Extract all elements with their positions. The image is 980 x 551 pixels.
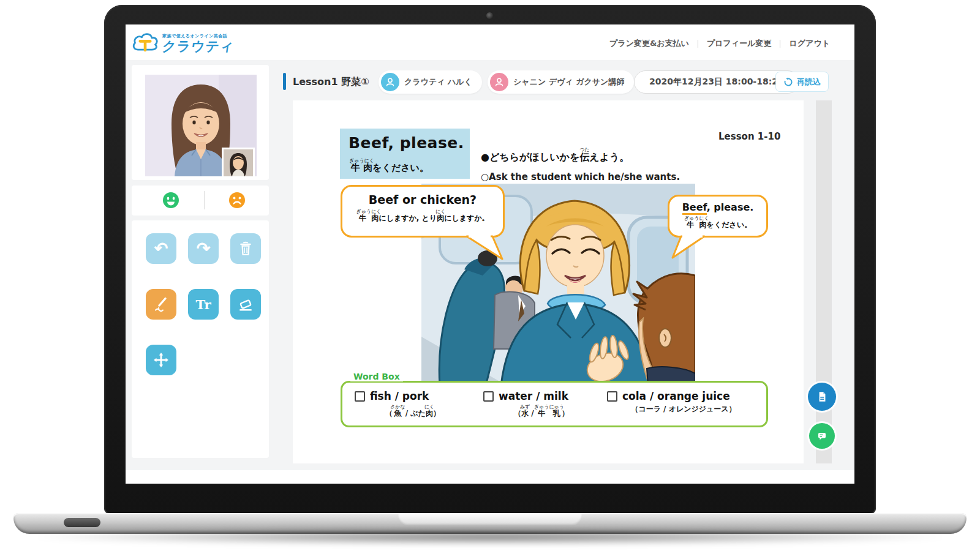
reaction-card bbox=[132, 186, 269, 216]
slide-goal-en: ○Ask the student which he/she wants. bbox=[481, 171, 680, 182]
refresh-icon bbox=[783, 77, 793, 87]
chat-icon bbox=[815, 429, 829, 443]
self-view-video bbox=[222, 148, 255, 178]
reload-button[interactable]: 再読込 bbox=[775, 72, 829, 92]
wordbox-item: water / milk （水みず / 牛乳ぎゅうにゅう） bbox=[483, 390, 600, 419]
eraser-tool-button[interactable] bbox=[230, 289, 261, 320]
text-tool-icon: Tr bbox=[195, 297, 211, 312]
top-nav: プラン変更&お支払い プロフィール変更 ログアウト bbox=[609, 38, 830, 49]
bubble-left-jp: 牛肉ぎゅうにくにしますか, とり肉にくにしますか。 bbox=[342, 209, 503, 223]
wordbox-item: cola / orange juice （コーラ / オレンジジュース） bbox=[607, 390, 760, 414]
wordbox-checkbox bbox=[483, 391, 494, 402]
person-icon bbox=[385, 77, 396, 88]
clear-button[interactable] bbox=[230, 233, 261, 264]
laptop-webcam-dot bbox=[486, 12, 493, 19]
wordbox-checkbox bbox=[355, 391, 365, 402]
logo-tagline: 家族で使えるオンライン英会話 bbox=[162, 34, 235, 39]
move-icon bbox=[153, 352, 169, 368]
nav-plan-payment[interactable]: プラン変更&お支払い bbox=[609, 38, 689, 49]
document-icon bbox=[815, 389, 829, 404]
move-tool-button[interactable] bbox=[146, 345, 176, 375]
lesson-title: Lesson1 野菜① bbox=[293, 76, 369, 89]
slide-title-jp: 牛肉ぎゅうにくをください。 bbox=[349, 158, 429, 174]
lesson-datetime: 2020年12月23日 18:00-18:25 bbox=[634, 70, 799, 94]
teacher-pill: シャニン デヴィ ガクサン講師 bbox=[488, 70, 634, 94]
person-icon bbox=[494, 77, 505, 88]
teacher-name: シャニン デヴィ ガクサン講師 bbox=[513, 77, 624, 88]
bubble-tail bbox=[464, 234, 503, 261]
app-logo[interactable]: 家族で使えるオンライン英会話 クラウティ bbox=[132, 29, 266, 58]
eraser-icon bbox=[238, 296, 254, 312]
speech-bubble-teacher: Beef or chicken? 牛肉ぎゅうにくにしますか, とり肉にくにします… bbox=[341, 185, 505, 238]
student-name: クラウティ ハルく bbox=[404, 77, 472, 88]
slide-page-number: Lesson 1-10 bbox=[718, 131, 780, 142]
happy-reaction-button[interactable] bbox=[162, 191, 180, 209]
slide-title-box: Beef, please. 牛肉ぎゅうにくをください。 bbox=[340, 129, 470, 179]
sad-face-icon bbox=[228, 191, 246, 209]
undo-button[interactable]: ↶ bbox=[146, 233, 176, 264]
bubble-right-en: Beef, please. bbox=[669, 201, 766, 213]
text-tool-button[interactable]: Tr bbox=[188, 289, 219, 320]
nav-profile[interactable]: プロフィール変更 bbox=[707, 38, 772, 49]
pen-icon bbox=[153, 296, 170, 313]
wordbox: fish / pork （魚さかな / ぶた肉にく） water / milk … bbox=[341, 381, 768, 427]
speech-bubble-student: Beef, please. 牛肉ぎゅうにくをください。 bbox=[668, 195, 768, 238]
sad-reaction-button[interactable] bbox=[228, 191, 246, 209]
reload-label: 再読込 bbox=[797, 77, 821, 88]
lesson-slide: Lesson 1-10 Beef, please. 牛肉ぎゅうにくをください。 … bbox=[293, 100, 804, 463]
page: 家族で使えるオンライン英会話 クラウティ プラン変更&お支払い プロフィール変更… bbox=[0, 0, 980, 551]
bubble-right-jp: 牛肉ぎゅうにくをください。 bbox=[669, 216, 766, 230]
slide-goal-jp: ●どちらがほしいかを伝つたえよう。 bbox=[481, 147, 629, 164]
lesson-title-accent bbox=[283, 73, 286, 90]
teacher-avatar bbox=[490, 73, 508, 91]
chat-button[interactable] bbox=[809, 423, 835, 449]
wordbox-item: fish / pork （魚さかな / ぶた肉にく） bbox=[355, 390, 471, 419]
laptop-lid-notch bbox=[398, 513, 582, 525]
laptop-shadow bbox=[37, 529, 943, 545]
laptop-port bbox=[64, 518, 100, 527]
trash-icon bbox=[238, 241, 254, 257]
happy-face-icon bbox=[162, 191, 180, 209]
bubble-tail bbox=[671, 234, 708, 260]
wordbox-checkbox bbox=[607, 391, 617, 402]
slide-title-en: Beef, please. bbox=[349, 134, 464, 152]
student-avatar bbox=[381, 73, 399, 91]
student-pill: クラウティ ハルく bbox=[379, 70, 482, 94]
nav-divider bbox=[698, 40, 698, 48]
reaction-divider bbox=[204, 191, 205, 209]
nav-logout[interactable]: ログアウト bbox=[789, 38, 830, 49]
materials-button[interactable] bbox=[808, 383, 836, 411]
pen-tool-button[interactable] bbox=[146, 289, 176, 320]
redo-button[interactable]: ↷ bbox=[188, 233, 219, 264]
bubble-left-en: Beef or chicken? bbox=[342, 193, 503, 206]
undo-icon: ↶ bbox=[154, 241, 168, 257]
nav-divider bbox=[780, 40, 780, 48]
redo-icon: ↷ bbox=[197, 241, 211, 257]
wordbox-label: Word Box bbox=[350, 372, 403, 381]
logo-brand: クラウティ bbox=[161, 40, 235, 53]
cloud-logo-icon bbox=[132, 32, 159, 54]
